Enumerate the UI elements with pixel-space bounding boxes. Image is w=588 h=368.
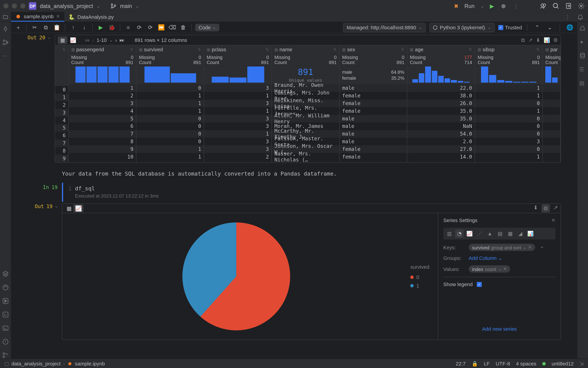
project-tool-icon[interactable] (2, 13, 9, 20)
data-cell[interactable]: 14.0 (407, 153, 475, 161)
data-cell[interactable]: 0 (475, 100, 542, 107)
collapse-icon[interactable]: ⌄ (55, 203, 57, 340)
column-header[interactable]: ⊞age⇅ (407, 45, 475, 54)
copy-icon[interactable]: ⧉ (41, 23, 50, 32)
more-icon[interactable]: ⋮ (574, 35, 577, 41)
data-cell[interactable]: 10 (69, 153, 136, 161)
copy-icon[interactable]: ⧉ (521, 37, 525, 43)
data-cell[interactable]: male (339, 84, 407, 92)
line-chart-icon[interactable]: 📈 (465, 229, 474, 238)
data-cell[interactable] (543, 130, 560, 138)
data-cell[interactable]: 3 (204, 123, 271, 130)
stacked-bar-icon[interactable]: ▦ (506, 229, 514, 238)
data-cell[interactable]: male (339, 130, 407, 138)
data-cell[interactable]: 5 (55, 124, 68, 132)
updates-icon[interactable] (565, 2, 572, 9)
debug-icon[interactable]: ⬢ (500, 2, 507, 9)
restart-icon[interactable]: ⟳ (134, 23, 144, 32)
bar-chart-icon[interactable]: ▥ (445, 229, 454, 238)
line-separator[interactable]: LF (484, 360, 490, 367)
download-icon[interactable]: ⬇ (533, 204, 538, 212)
hbar-chart-icon[interactable]: ▤ (496, 229, 504, 238)
chevron-down-icon[interactable]: ⌄ (481, 4, 484, 8)
commit-icon[interactable] (2, 25, 9, 32)
lock-icon[interactable]: 🔒 (472, 360, 478, 367)
stats-icon[interactable]: 📊 (543, 37, 550, 43)
search-icon[interactable] (552, 2, 559, 9)
sort-icon[interactable]: ⇅ (198, 47, 201, 52)
settings-icon[interactable]: ⚙ (553, 37, 558, 43)
data-cell[interactable]: 1 (204, 130, 271, 138)
close-window-icon[interactable] (3, 3, 9, 9)
sort-icon[interactable]: ⇅ (265, 47, 269, 52)
data-cell[interactable]: 0 (55, 86, 68, 94)
data-cell[interactable]: 1 (136, 100, 204, 107)
data-cell[interactable]: 35.0 (407, 107, 475, 115)
sort-icon[interactable]: ⇅ (333, 47, 337, 52)
data-cell[interactable]: male (339, 123, 407, 130)
data-cell[interactable]: 3 (204, 115, 271, 123)
open-icon[interactable]: ↗ (553, 204, 558, 212)
variables-icon[interactable]: 🌐 (565, 23, 575, 32)
data-cell[interactable]: 2.0 (407, 138, 475, 146)
column-header[interactable]: ⊞name⇅ (272, 45, 339, 54)
minimize-window-icon[interactable] (12, 3, 17, 9)
trusted-toggle[interactable]: ✓ Trusted (498, 24, 522, 30)
stacked-area-icon[interactable]: ◢ (516, 229, 525, 238)
data-cell[interactable]: male (339, 138, 407, 146)
data-cell[interactable]: 0 (475, 115, 542, 123)
data-cell[interactable]: 8 (55, 147, 68, 155)
move-up-icon[interactable]: ↑ (69, 23, 78, 32)
run-all-icon[interactable]: ⏩ (157, 23, 166, 32)
data-cell[interactable]: 2 (55, 101, 68, 109)
data-cell[interactable]: 38.0 (407, 92, 475, 100)
more-icon[interactable]: ⋯ (2, 53, 9, 59)
data-cell[interactable]: 4 (69, 107, 136, 115)
values-chip[interactable]: index count ⌄ ✕ (469, 266, 510, 273)
structure-icon[interactable] (2, 39, 9, 46)
column-header[interactable]: ⇅ (55, 45, 68, 54)
column-header[interactable]: ⊞survived⇅ (136, 45, 204, 54)
data-cell[interactable]: 0 (475, 123, 542, 130)
data-cell[interactable]: 2 (69, 92, 136, 100)
histogram-icon[interactable]: 📊 (526, 229, 535, 238)
breadcrumb-project[interactable]: data_analysis_project (11, 360, 61, 367)
run-tool-icon[interactable] (2, 298, 9, 304)
data-cell[interactable]: female (339, 107, 407, 115)
debug-cell-icon[interactable]: 🐞 (107, 23, 116, 32)
keys-chip[interactable]: survived group and sort ⌄ ✕ (469, 244, 535, 251)
data-cell[interactable]: 1 (475, 107, 542, 115)
data-cell[interactable]: 5 (69, 115, 136, 123)
sort-icon[interactable]: ⇅ (469, 47, 472, 52)
last-page-icon[interactable]: ⏭ (119, 37, 125, 43)
move-down-icon[interactable]: ↓ (80, 23, 89, 32)
add-column-link[interactable]: Add Column ⌄ (469, 255, 502, 261)
vars-icon[interactable]: ▤ (579, 80, 586, 86)
ai-icon[interactable]: ✦ (579, 39, 586, 46)
kernel-pill[interactable]: Python 3 (ipykernel) ⌄ (429, 23, 495, 32)
collab-icon[interactable] (540, 2, 546, 9)
chart-view-icon[interactable]: 📈 (73, 204, 83, 212)
data-cell[interactable]: 7 (55, 139, 68, 147)
chevron-down-icon[interactable]: ⌄ (109, 38, 113, 42)
data-cell[interactable]: 0 (475, 130, 542, 138)
chevron-down-icon[interactable]: ⌄ (135, 4, 139, 8)
data-cell[interactable]: 4 (55, 117, 68, 124)
scatter-icon[interactable]: ⋰ (475, 229, 484, 238)
data-cell[interactable] (543, 100, 560, 107)
maximize-window-icon[interactable] (20, 3, 25, 9)
encoding[interactable]: UTF-8 (496, 360, 510, 367)
indent[interactable]: 4 spaces (516, 360, 536, 367)
remove-icon[interactable]: ✕ (528, 245, 532, 250)
delete-icon[interactable]: 🗑 (179, 23, 188, 32)
close-icon[interactable]: ✕ (56, 14, 60, 19)
data-cell[interactable]: 6 (55, 132, 68, 139)
chevron-down-icon[interactable]: ⌄ (97, 4, 100, 8)
data-cell[interactable] (543, 107, 560, 115)
first-page-icon[interactable]: ⏮ (85, 37, 90, 43)
page-range[interactable]: 1-10 (97, 37, 107, 43)
data-cell[interactable]: 1 (136, 107, 204, 115)
folder-icon[interactable]: ▢ (4, 360, 9, 367)
vcs-icon[interactable] (2, 352, 9, 359)
data-cell[interactable]: 3 (204, 100, 271, 107)
